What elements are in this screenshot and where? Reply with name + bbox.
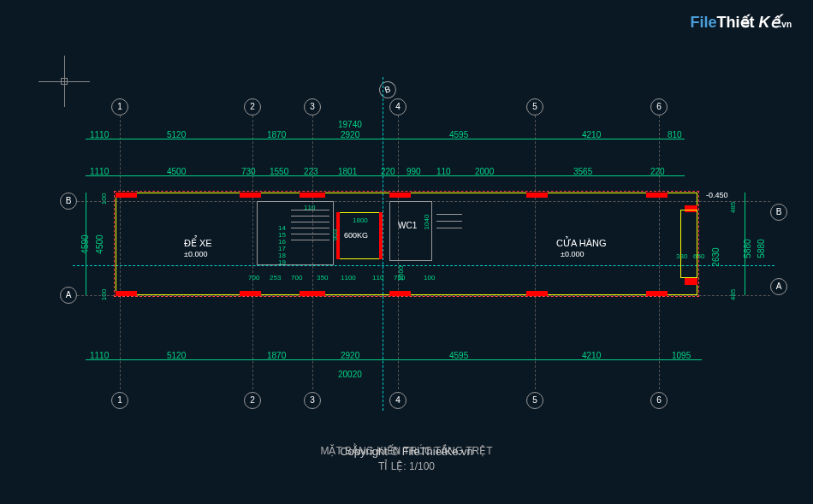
room-label-wc: WC1 [398, 221, 417, 230]
column [646, 193, 668, 198]
dim-inner: 1110 [90, 167, 109, 176]
dim-inner: 2000 [475, 167, 494, 176]
dim-left: 4500 [95, 234, 104, 253]
column [116, 291, 137, 296]
entry-outline [680, 210, 697, 278]
dim-bot: 2920 [341, 351, 359, 360]
dim-bot: 1110 [90, 351, 109, 360]
stair-tread [291, 216, 329, 216]
dim-810: 810 [668, 130, 682, 139]
grid-marker-1-top: 1 [111, 98, 128, 116]
grid-marker-a-right: A [770, 278, 787, 295]
stair-tread [291, 240, 329, 240]
stair-num: 19 [278, 258, 286, 266]
dim-inner: 3565 [573, 167, 592, 176]
dim-5120: 5120 [167, 130, 186, 139]
dim-inner: 220 [381, 167, 395, 176]
logo-thiet: Thiết [717, 14, 755, 31]
dim-2920: 2920 [341, 130, 359, 139]
dim-bot: 4210 [582, 351, 601, 360]
watermark-logo: FileThiết Kế.vn [691, 13, 792, 32]
dim-inner: 730 [241, 167, 256, 176]
room-label-elevator: 600KG [344, 231, 368, 240]
grid-marker-1-bottom: 1 [111, 392, 128, 409]
column [240, 193, 261, 198]
column [526, 193, 548, 198]
grid-marker-3-top: 3 [304, 98, 321, 116]
logo-file: File [691, 14, 717, 31]
grid-marker-5-bottom: 5 [526, 392, 543, 409]
column [300, 291, 325, 296]
column [389, 193, 411, 198]
column [240, 291, 261, 296]
dim-inner: 4500 [167, 167, 186, 176]
wc-line [436, 214, 462, 215]
dim-right: 2630 [711, 247, 721, 266]
dim-inner: 110 [436, 167, 451, 176]
dim-inner: 110 [304, 204, 315, 211]
grid-marker-b-left: B [60, 193, 77, 210]
wc-line [436, 221, 462, 222]
elevator-wall [379, 212, 383, 259]
dim-19740: 19740 [338, 120, 362, 129]
dim-elev: 1800 [353, 216, 368, 224]
dim-inner: 990 [406, 167, 421, 176]
grid-marker-6-bottom: 6 [650, 392, 668, 409]
grid-marker-2-bottom: 2 [244, 392, 261, 409]
dim-small: 100 [100, 193, 108, 205]
logo-ke: Kế [759, 14, 780, 31]
room-elev-parking: ±0.000 [184, 250, 207, 258]
grid-marker-5-top: 5 [526, 98, 543, 116]
logo-vn: .vn [780, 20, 792, 29]
room-elev-shop: ±0.000 [561, 250, 584, 258]
dim-1110: 1110 [90, 130, 109, 139]
dim-stair: 1040 [423, 215, 430, 230]
drawing-copyright: Copyright © FileThietKe.vn [0, 445, 813, 458]
dim-bot: 1095 [672, 351, 691, 360]
stair-tread [291, 234, 329, 234]
stair-tread [291, 228, 329, 228]
grid-marker-2-top: 2 [244, 98, 261, 116]
dim-inner: 903 [331, 229, 339, 240]
dim-small: 485 [729, 202, 737, 213]
grid-marker-4-bottom: 4 [389, 392, 406, 409]
dim-stair: 1500 [397, 266, 405, 282]
elevation-label: -0.450 [706, 191, 728, 199]
column [646, 291, 668, 296]
room-label-parking: ĐỂ XE [184, 238, 212, 249]
room-label-shop: CỬA HÀNG [556, 238, 607, 249]
grid-marker-b-right: B [770, 204, 787, 221]
wall-segment [685, 278, 697, 285]
stair-tread [291, 222, 329, 222]
dim-inner: 1801 [338, 167, 357, 176]
grid-marker-3-bottom: 3 [304, 392, 321, 409]
dim-left: 4590 [80, 234, 90, 253]
drawing-scale: TỈ LỆ: 1/100 [0, 460, 813, 472]
dim-small: 100 [100, 289, 108, 300]
grid-marker-b-diag: B [377, 80, 398, 100]
grid-marker-4-top: 4 [389, 98, 406, 116]
dim-20020: 20020 [338, 370, 362, 379]
column [389, 291, 411, 296]
dim-inner: 223 [304, 167, 318, 176]
dim-inner: 220 [650, 167, 665, 176]
wc-outline [389, 201, 432, 261]
dim-inner: 1550 [270, 167, 288, 176]
dim-bot: 4595 [449, 351, 468, 360]
wc-line [436, 228, 462, 228]
dim-4595: 4595 [449, 130, 468, 139]
dim-1870: 1870 [267, 130, 286, 139]
grid-marker-6-top: 6 [650, 98, 668, 116]
dim-bot: 1870 [267, 351, 286, 360]
dim-right: 5880 [743, 239, 752, 258]
dim-right: 5880 [757, 239, 766, 258]
column [526, 291, 548, 296]
dim-4210: 4210 [582, 130, 601, 139]
grid-marker-a-left: A [60, 287, 77, 304]
dim-small: 485 [729, 289, 737, 300]
column [300, 193, 325, 198]
dim-bot: 5120 [167, 351, 186, 360]
column [116, 193, 137, 198]
